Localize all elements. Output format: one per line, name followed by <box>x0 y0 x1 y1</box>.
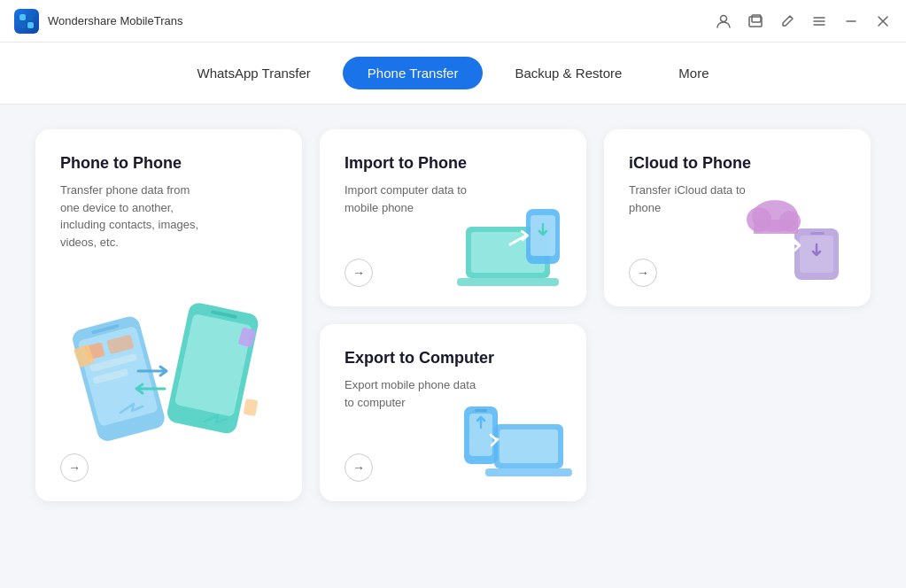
main-content: Phone to Phone Transfer phone data from … <box>0 104 906 588</box>
menu-button[interactable] <box>810 12 828 30</box>
svg-rect-0 <box>19 14 26 20</box>
import-illustration <box>457 196 572 292</box>
window-button[interactable] <box>747 12 764 30</box>
close-button[interactable] <box>874 12 892 30</box>
card-phone-to-phone-desc: Transfer phone data from one device to a… <box>60 182 202 251</box>
card-phone-to-phone-arrow[interactable]: → <box>60 453 89 482</box>
svg-rect-37 <box>485 468 572 476</box>
edit-button[interactable] <box>778 12 796 30</box>
svg-rect-22 <box>457 278 559 286</box>
nav-bar: WhatsApp Transfer Phone Transfer Backup … <box>0 43 906 104</box>
title-bar-left: Wondershare MobileTrans <box>14 9 182 34</box>
card-export-to-computer[interactable]: Export to Computer Export mobile phone d… <box>320 324 586 501</box>
tab-more[interactable]: More <box>654 57 733 89</box>
card-phone-to-phone-title: Phone to Phone <box>60 154 277 173</box>
svg-point-4 <box>721 15 727 21</box>
icloud-illustration <box>741 191 856 292</box>
card-icloud-arrow[interactable]: → <box>629 259 657 287</box>
card-import-arrow[interactable]: → <box>345 259 373 287</box>
tab-phone[interactable]: Phone Transfer <box>343 57 484 89</box>
svg-rect-36 <box>499 429 558 463</box>
svg-rect-1 <box>27 14 34 20</box>
minimize-button[interactable] <box>842 12 860 30</box>
svg-rect-34 <box>475 409 487 412</box>
card-import-title: Import to Phone <box>345 154 561 173</box>
card-icloud-to-phone[interactable]: iCloud to Phone Transfer iCloud data to … <box>604 129 871 306</box>
svg-rect-19 <box>243 398 258 416</box>
phone-to-phone-illustration <box>63 267 275 453</box>
card-export-title: Export to Computer <box>345 349 561 368</box>
app-icon <box>14 9 39 34</box>
tab-whatsapp[interactable]: WhatsApp Transfer <box>172 57 335 89</box>
cards-grid: Phone to Phone Transfer phone data from … <box>35 129 871 501</box>
card-icloud-title: iCloud to Phone <box>629 154 846 173</box>
profile-button[interactable] <box>715 12 732 30</box>
export-illustration <box>457 391 572 487</box>
svg-rect-31 <box>754 220 798 234</box>
card-export-arrow[interactable]: → <box>345 453 373 482</box>
tab-backup[interactable]: Backup & Restore <box>490 57 647 89</box>
card-import-to-phone[interactable]: Import to Phone Import computer data to … <box>320 129 586 306</box>
title-bar: Wondershare MobileTrans <box>0 0 906 43</box>
card-phone-to-phone[interactable]: Phone to Phone Transfer phone data from … <box>35 129 302 501</box>
title-bar-controls <box>715 12 892 30</box>
svg-rect-3 <box>27 22 34 28</box>
svg-rect-2 <box>19 22 26 28</box>
svg-rect-27 <box>810 232 825 235</box>
app-title: Wondershare MobileTrans <box>48 14 182 27</box>
svg-rect-6 <box>752 15 761 22</box>
